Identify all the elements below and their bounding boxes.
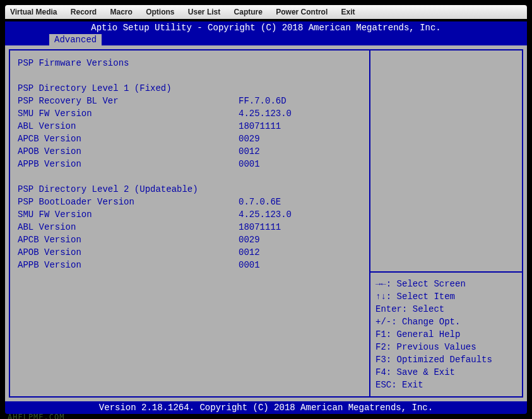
info-row: APPB Version0001 — [18, 259, 362, 271]
section1-heading: PSP Directory Level 1 (Fixed) — [18, 82, 362, 95]
info-row: APCB Version0029 — [18, 133, 362, 145]
info-label: APOB Version — [18, 145, 239, 158]
info-label: ABL Version — [18, 221, 239, 233]
info-row: PSP BootLoader Version0.7.0.6E — [18, 196, 362, 208]
help-keys: →←: Select Screen ↑↓: Select Item Enter:… — [370, 271, 522, 396]
help-f4: F4: Save & Exit — [375, 366, 517, 379]
help-select-item: ↑↓: Select Item — [375, 290, 517, 303]
help-enter: Enter: Select — [375, 303, 517, 316]
watermark: AHELPME.COM — [0, 413, 532, 419]
help-esc: ESC: Exit — [375, 379, 517, 391]
info-value: 0029 — [239, 133, 362, 145]
info-value: 4.25.123.0 — [239, 107, 362, 120]
menu-virtual-media[interactable]: Virtual Media — [10, 8, 57, 16]
info-label: SMU FW Version — [18, 107, 239, 120]
help-f1: F1: General Help — [375, 328, 517, 341]
help-change-opt: +/-: Change Opt. — [375, 316, 517, 328]
info-label: ABL Version — [18, 120, 239, 133]
info-label: APCB Version — [18, 133, 239, 145]
info-label: PSP BootLoader Version — [18, 196, 239, 208]
bios-footer: Version 2.18.1264. Copyright (C) 2018 Am… — [5, 401, 527, 414]
info-label: PSP Recovery BL Ver — [18, 95, 239, 107]
info-row: SMU FW Version4.25.123.0 — [18, 107, 362, 120]
info-row: APPB Version0001 — [18, 158, 362, 170]
page-title: PSP Firmware Versions — [18, 57, 362, 69]
info-row: ABL Version18071111 — [18, 221, 362, 233]
menu-record[interactable]: Record — [71, 8, 97, 16]
main-content: PSP Firmware Versions PSP Directory Leve… — [10, 50, 369, 396]
info-row: PSP Recovery BL VerFF.7.0.6D — [18, 95, 362, 107]
info-row: SMU FW Version4.25.123.0 — [18, 208, 362, 221]
info-label: APPB Version — [18, 158, 239, 170]
info-row: APOB Version0012 — [18, 145, 362, 158]
info-label: APPB Version — [18, 259, 239, 271]
info-value: 0001 — [239, 259, 362, 271]
info-row: APCB Version0029 — [18, 233, 362, 246]
help-description — [370, 50, 522, 271]
menu-options[interactable]: Options — [146, 8, 174, 16]
info-value: 0012 — [239, 145, 362, 158]
info-value: FF.7.0.6D — [239, 95, 362, 107]
menu-user-list[interactable]: User List — [188, 8, 220, 16]
info-label: APCB Version — [18, 233, 239, 246]
info-label: SMU FW Version — [18, 208, 239, 221]
help-f2: F2: Previous Values — [375, 341, 517, 353]
info-value: 4.25.123.0 — [239, 208, 362, 221]
bios-header: Aptio Setup Utility - Copyright (C) 2018… — [5, 21, 527, 34]
info-row: ABL Version18071111 — [18, 120, 362, 133]
info-label: APOB Version — [18, 246, 239, 259]
menu-power-control[interactable]: Power Control — [276, 8, 328, 16]
tab-advanced[interactable]: Advanced — [49, 34, 102, 45]
info-value: 18071111 — [239, 120, 362, 133]
info-value: 0001 — [239, 158, 362, 170]
info-value: 0029 — [239, 233, 362, 246]
help-select-screen: →←: Select Screen — [375, 278, 517, 290]
tab-bar: Advanced — [5, 34, 527, 45]
help-f3: F3: Optimized Defaults — [375, 353, 517, 366]
info-value: 0.7.0.6E — [239, 196, 362, 208]
menu-exit[interactable]: Exit — [341, 8, 355, 16]
menu-capture[interactable]: Capture — [234, 8, 263, 16]
section2-heading: PSP Directory Level 2 (Updateable) — [18, 183, 362, 196]
menu-macro[interactable]: Macro — [110, 8, 133, 16]
info-value: 0012 — [239, 246, 362, 259]
menubar: Virtual Media Record Macro Options User … — [5, 5, 527, 19]
info-row: APOB Version0012 — [18, 246, 362, 259]
info-value: 18071111 — [239, 221, 362, 233]
